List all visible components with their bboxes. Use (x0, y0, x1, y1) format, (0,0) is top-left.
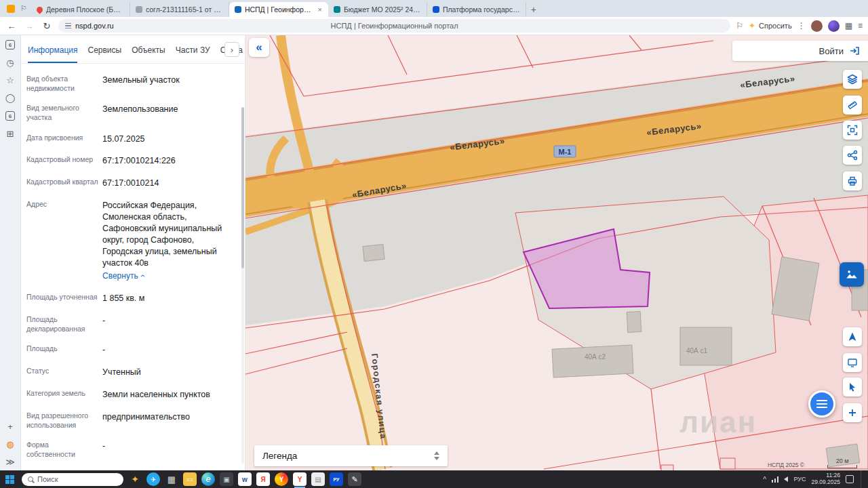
taskbar-app-icon[interactable]: e (201, 472, 215, 486)
notes-badge[interactable]: 6 (5, 111, 15, 121)
tray-expand-icon[interactable]: ^ (763, 476, 766, 483)
reload-button[interactable]: ↻ (41, 21, 53, 31)
legend-toggle-icon[interactable] (434, 451, 439, 460)
browser-logo-icon[interactable] (7, 5, 15, 13)
layers-button[interactable] (843, 70, 862, 89)
profile-avatar[interactable] (811, 20, 823, 32)
ask-ai-button[interactable]: ✦ Спросить (749, 21, 792, 30)
attribute-row: Вид разрешенного использованияпредприним… (26, 406, 235, 435)
attribute-row: Дата присвоения15.07.2025 (26, 128, 235, 150)
tab-objects[interactable]: Объекты (132, 37, 165, 63)
print-icon (847, 176, 858, 186)
taskbar-app-icon[interactable]: Я (256, 472, 270, 486)
network-icon[interactable] (772, 476, 779, 483)
building (680, 327, 732, 365)
taskbar-app-icon[interactable]: РУ (330, 472, 343, 486)
feedback-button[interactable] (808, 390, 835, 418)
identify-button[interactable] (843, 378, 862, 396)
login-button[interactable]: Войти (819, 46, 844, 56)
show-desktop-button[interactable] (861, 470, 863, 488)
taskbar-app-icon[interactable]: w (238, 472, 252, 486)
attribute-row: Площадь уточненная1 855 кв. м (26, 287, 235, 310)
extension-badge[interactable]: 6 (5, 40, 15, 49)
taskbar-app-icon[interactable]: ▭ (183, 472, 197, 486)
attribute-row: Форма собственности- (26, 435, 235, 464)
collapse-panel-button[interactable]: « (249, 38, 269, 57)
address-bar[interactable]: nspd.gov.ru НСПД | Геоинформационный пор… (58, 19, 730, 33)
screen-icon (847, 357, 858, 368)
locate-button[interactable] (843, 327, 862, 346)
clock[interactable]: 11:26 29.09.2025 (811, 472, 840, 486)
collapse-address-link[interactable]: Свернуть › (102, 270, 144, 281)
tab-parcel-parts[interactable]: Части ЗУ (176, 37, 210, 63)
taskbar-app-icon[interactable]: ✦ (128, 472, 142, 486)
share-button[interactable] (843, 146, 862, 165)
pinned-flag-icon[interactable]: ⚐ (20, 4, 27, 13)
document-icon (136, 6, 142, 13)
zoom-in-button[interactable] (843, 403, 862, 422)
taskbar-app-icon[interactable]: ✎ (348, 472, 361, 486)
map-graphics: М-1 «Беларусь» «Беларусь» «Беларусь» «Бе… (245, 35, 868, 470)
kebab-menu-icon[interactable]: ⋮ (797, 21, 806, 30)
sparkle-icon: ✦ (749, 21, 755, 30)
measure-button[interactable] (843, 96, 862, 115)
browser-tab[interactable]: Платформа государствен... (427, 2, 526, 17)
attribute-row: Вид объекта недвижимостиЗемельный участо… (26, 69, 235, 98)
attribute-row: Площадь- (26, 339, 235, 361)
tab-information[interactable]: Информация (28, 37, 77, 63)
collapse-sidebar-icon[interactable]: ≫ (5, 458, 15, 466)
print-button[interactable] (843, 171, 862, 190)
site-settings-icon[interactable] (65, 23, 71, 28)
forward-button[interactable]: → (23, 21, 35, 31)
browser-tab-active[interactable]: НСПД | Геоинформац... × (229, 2, 328, 17)
back-button[interactable]: ← (5, 21, 18, 31)
legend-bar[interactable]: Легенда (254, 445, 448, 466)
browser-tab[interactable]: согл-213111165-1 от 29.0... (130, 2, 229, 17)
attribute-row: Вид земельного участкаЗемлепользование (26, 98, 235, 127)
building (552, 345, 633, 378)
notification-icon[interactable] (846, 475, 854, 483)
attribute-list: Вид объекта недвижимостиЗемельный участо… (21, 64, 245, 470)
browser-sidebar: 6 ◷ ☆ ◯ 6 ⊞ + ◍ ≫ (0, 35, 21, 470)
browser-tab[interactable]: Деревня Плоское (Белев... (31, 2, 130, 17)
tab-close-icon[interactable]: × (317, 5, 322, 14)
taskbar-search[interactable]: Поиск (22, 473, 123, 486)
map-canvas[interactable]: М-1 «Беларусь» «Беларусь» «Беларусь» «Бе… (245, 35, 868, 470)
taskbar-app-icon[interactable]: ▣ (220, 472, 233, 486)
taskbar-app-icon[interactable]: Y (275, 472, 288, 486)
browser-menu-icon[interactable]: ≡ (858, 21, 863, 30)
bookmarks-star-icon[interactable]: ☆ (6, 76, 14, 85)
volume-icon[interactable] (784, 476, 788, 482)
apps-grid-icon[interactable]: ⊞ (7, 129, 14, 138)
login-bar: Войти (732, 41, 868, 61)
gov-favicon (433, 6, 439, 13)
taskbar-app-icon-active[interactable]: Y (293, 472, 307, 486)
history-icon[interactable]: ◷ (6, 58, 14, 67)
add-panel-icon[interactable]: + (7, 422, 13, 431)
screen-button[interactable] (843, 353, 862, 372)
tabs-overflow-button[interactable]: › (224, 42, 239, 57)
profile-circle-icon[interactable]: ◯ (5, 94, 16, 102)
locate-icon (847, 331, 858, 342)
attribute-row: Кадастровый квартал67:17:0010214 (26, 172, 235, 195)
building (363, 244, 384, 261)
disk-icon[interactable]: ◍ (6, 440, 14, 449)
assistant-icon[interactable] (828, 20, 840, 32)
taskbar-app-icon[interactable]: ▤ (311, 472, 325, 486)
bookmark-flag-icon[interactable]: ⚐ (736, 21, 743, 30)
taskbar-app-icon[interactable]: ✈ (146, 472, 160, 486)
taskbar: Поиск ✦ ✈ ▦ ▭ e ▣ w Я Y Y ▤ РУ ✎ ^ РУС 1… (0, 470, 868, 488)
panels-icon[interactable]: ▦ (845, 21, 852, 30)
map-attribution: НСПД 2025 © (768, 462, 804, 468)
tab-services[interactable]: Сервисы (87, 37, 121, 63)
new-tab-button[interactable]: + (526, 2, 541, 17)
taskbar-app-icon[interactable]: ▦ (165, 472, 178, 486)
start-button[interactable] (5, 475, 14, 484)
extent-button[interactable] (843, 121, 862, 140)
building (627, 311, 642, 332)
panel-scrollbar[interactable] (241, 107, 244, 464)
panorama-button[interactable] (840, 262, 864, 287)
browser-tab[interactable]: Бюджет МО 2025² 24.2.2... (328, 2, 427, 17)
login-icon[interactable] (849, 45, 860, 56)
language-indicator[interactable]: РУС (793, 476, 806, 483)
